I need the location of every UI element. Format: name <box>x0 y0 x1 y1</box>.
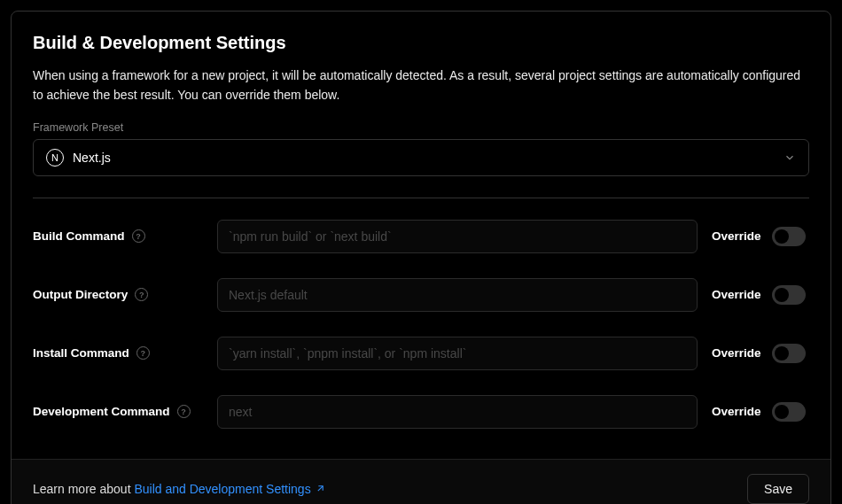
development-command-input[interactable] <box>217 395 698 429</box>
development-command-override: Override <box>712 402 809 422</box>
card-body: Build & Development Settings When using … <box>12 12 830 459</box>
framework-select-value: N Next.js <box>46 149 111 167</box>
install-command-input[interactable] <box>217 337 698 370</box>
build-command-label: Build Command ? <box>33 229 203 243</box>
install-command-label: Install Command ? <box>33 346 203 360</box>
build-override-toggle[interactable] <box>772 227 806 246</box>
external-link-icon <box>315 483 326 494</box>
build-command-input-wrap <box>217 220 698 253</box>
framework-label: Framework Preset <box>33 121 809 134</box>
learn-more-link-text: Build and Development Settings <box>134 482 310 496</box>
settings-card: Build & Development Settings When using … <box>11 11 831 504</box>
dev-override-toggle[interactable] <box>772 402 806 422</box>
override-label: Override <box>712 229 761 243</box>
row-build-command: Build Command ? Override <box>33 207 809 266</box>
row-development-command: Development Command ? Override <box>33 383 809 441</box>
development-command-label-text: Development Command <box>33 405 170 418</box>
help-icon[interactable]: ? <box>177 405 191 418</box>
development-command-label: Development Command ? <box>33 405 203 418</box>
help-icon[interactable]: ? <box>132 229 145 243</box>
output-directory-label-text: Output Directory <box>33 288 128 301</box>
framework-selected-text: Next.js <box>73 151 111 165</box>
install-override-toggle[interactable] <box>772 344 806 363</box>
page-title: Build & Development Settings <box>33 33 809 53</box>
help-icon[interactable]: ? <box>135 288 148 301</box>
install-command-override: Override <box>712 344 809 363</box>
card-footer: Learn more about Build and Development S… <box>12 459 830 504</box>
chevron-down-icon <box>784 151 796 164</box>
nextjs-icon: N <box>46 149 64 167</box>
build-command-override: Override <box>712 227 809 246</box>
override-label: Override <box>712 346 761 360</box>
output-directory-override: Override <box>712 285 809 305</box>
save-button[interactable]: Save <box>747 474 809 504</box>
page-description: When using a framework for a new project… <box>33 66 809 105</box>
row-install-command: Install Command ? Override <box>33 324 809 383</box>
override-label: Override <box>712 405 761 418</box>
development-command-input-wrap <box>217 395 698 429</box>
install-command-input-wrap <box>217 337 698 370</box>
output-directory-label: Output Directory ? <box>33 288 203 301</box>
install-command-label-text: Install Command <box>33 346 129 360</box>
build-command-input[interactable] <box>217 220 698 253</box>
override-label: Override <box>712 288 761 301</box>
learn-more-link[interactable]: Build and Development Settings <box>134 482 325 496</box>
help-icon[interactable]: ? <box>136 346 150 360</box>
learn-more-text: Learn more about Build and Development S… <box>33 482 326 496</box>
divider <box>33 198 809 198</box>
build-command-label-text: Build Command <box>33 229 125 243</box>
output-override-toggle[interactable] <box>772 285 806 305</box>
learn-prefix: Learn more about <box>33 482 134 496</box>
output-directory-input-wrap <box>217 278 698 312</box>
output-directory-input[interactable] <box>217 278 698 312</box>
framework-select[interactable]: N Next.js <box>33 139 809 176</box>
row-output-directory: Output Directory ? Override <box>33 266 809 324</box>
